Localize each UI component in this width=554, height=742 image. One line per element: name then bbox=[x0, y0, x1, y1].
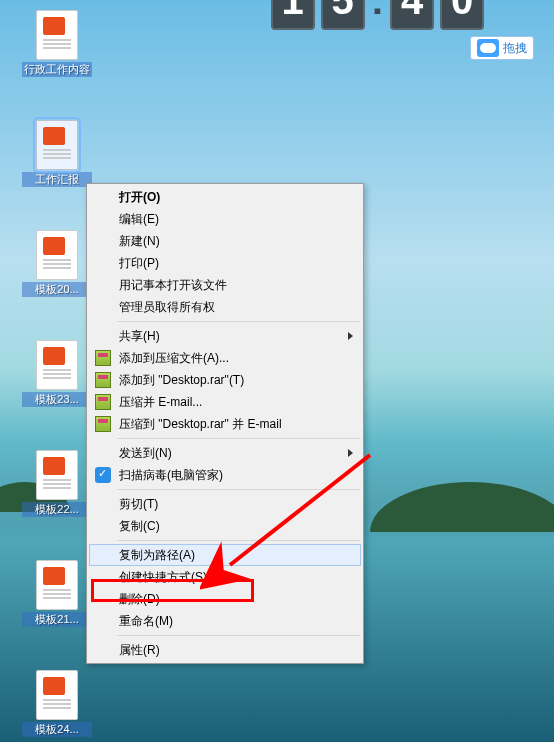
menu-copy[interactable]: 复制(C) bbox=[89, 515, 361, 537]
menu-separator bbox=[117, 540, 360, 541]
menu-compress-desktop-email[interactable]: 压缩到 "Desktop.rar" 并 E-mail bbox=[89, 413, 361, 435]
menu-add-archive[interactable]: 添加到压缩文件(A)... bbox=[89, 347, 361, 369]
menu-print[interactable]: 打印(P) bbox=[89, 252, 361, 274]
menu-compress-email[interactable]: 压缩并 E-mail... bbox=[89, 391, 361, 413]
menu-separator bbox=[117, 321, 360, 322]
icon-label: 工作汇报 bbox=[22, 172, 92, 187]
ppt-file-icon bbox=[36, 10, 78, 60]
menu-admin-own[interactable]: 管理员取得所有权 bbox=[89, 296, 361, 318]
desktop-icon[interactable]: 模板24... bbox=[22, 670, 92, 737]
menu-properties[interactable]: 属性(R) bbox=[89, 639, 361, 661]
menu-separator bbox=[117, 635, 360, 636]
icon-label: 模板21... bbox=[22, 612, 92, 627]
icon-label: 模板24... bbox=[22, 722, 92, 737]
rar-icon bbox=[95, 416, 111, 432]
menu-create-shortcut[interactable]: 创建快捷方式(S) bbox=[89, 566, 361, 588]
context-menu: 打开(O) 编辑(E) 新建(N) 打印(P) 用记事本打开该文件 管理员取得所… bbox=[86, 183, 364, 664]
menu-delete[interactable]: 删除(D) bbox=[89, 588, 361, 610]
ppt-file-icon bbox=[36, 560, 78, 610]
ppt-file-icon bbox=[36, 230, 78, 280]
menu-open[interactable]: 打开(O) bbox=[89, 186, 361, 208]
ppt-file-icon bbox=[36, 340, 78, 390]
icon-label: 模板20... bbox=[22, 282, 92, 297]
menu-copy-as-path[interactable]: 复制为路径(A) bbox=[89, 544, 361, 566]
rar-icon bbox=[95, 350, 111, 366]
menu-open-notepad[interactable]: 用记事本打开该文件 bbox=[89, 274, 361, 296]
scan-icon bbox=[95, 467, 111, 483]
menu-separator bbox=[117, 438, 360, 439]
menu-add-desktop-rar[interactable]: 添加到 "Desktop.rar"(T) bbox=[89, 369, 361, 391]
ppt-file-icon bbox=[36, 670, 78, 720]
ppt-file-icon bbox=[36, 450, 78, 500]
menu-share[interactable]: 共享(H) bbox=[89, 325, 361, 347]
desktop-icon[interactable]: 模板20... bbox=[22, 230, 92, 297]
desktop-icon[interactable]: 模板22... bbox=[22, 450, 92, 517]
menu-separator bbox=[117, 489, 360, 490]
ppt-file-icon bbox=[36, 120, 78, 170]
menu-rename[interactable]: 重命名(M) bbox=[89, 610, 361, 632]
icon-label: 模板23... bbox=[22, 392, 92, 407]
menu-scan-virus[interactable]: 扫描病毒(电脑管家) bbox=[89, 464, 361, 486]
menu-send-to[interactable]: 发送到(N) bbox=[89, 442, 361, 464]
desktop-icon[interactable]: 行政工作内容 bbox=[22, 10, 92, 77]
menu-cut[interactable]: 剪切(T) bbox=[89, 493, 361, 515]
desktop-icon[interactable]: 模板21... bbox=[22, 560, 92, 627]
icon-label: 行政工作内容 bbox=[22, 62, 92, 77]
desktop-icon[interactable]: 工作汇报 bbox=[22, 120, 92, 187]
desktop-icon[interactable]: 模板23... bbox=[22, 340, 92, 407]
menu-new[interactable]: 新建(N) bbox=[89, 230, 361, 252]
icon-label: 模板22... bbox=[22, 502, 92, 517]
rar-icon bbox=[95, 394, 111, 410]
rar-icon bbox=[95, 372, 111, 388]
menu-edit[interactable]: 编辑(E) bbox=[89, 208, 361, 230]
